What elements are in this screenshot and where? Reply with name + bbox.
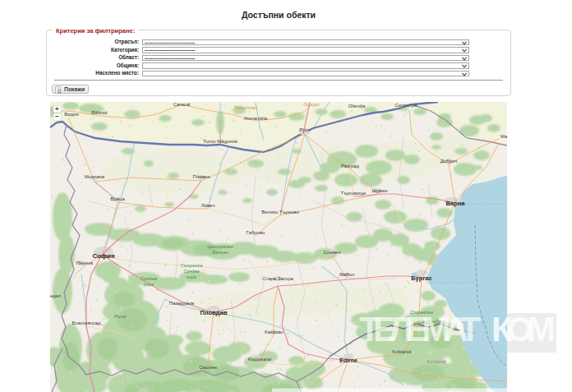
svg-text:гора: гора [187,274,196,279]
svg-text:Велико Търново: Велико Търново [261,210,299,214]
svg-text:Монтана: Монтана [85,174,105,179]
svg-text:Ямбол: Ямбол [339,272,355,277]
svg-text:Стара Загора: Стара Загора [262,276,293,281]
svg-text:Oltenița: Oltenița [348,104,366,108]
svg-text:Кюстендил: Кюстендил [50,293,62,298]
svg-text:гора: гора [144,282,155,287]
svg-text:Централен: Централен [207,244,233,249]
svg-text:Пловдив: Пловдив [200,309,228,316]
svg-text:Смолян: Смолян [199,365,217,370]
svg-text:Хасково: Хасково [265,330,284,334]
svg-text:Видин: Видин [64,112,79,117]
svg-text:Alexandria: Alexandria [244,116,268,121]
svg-text:София: София [92,252,115,260]
svg-text:Рила: Рила [114,314,127,319]
svg-text:Бургас: Бургас [411,274,431,282]
svg-text:Turnu Măgurele: Turnu Măgurele [203,139,238,144]
svg-text:Враца: Враца [110,196,125,201]
svg-text:Ловеч: Ловеч [201,203,215,208]
svg-text:Băilești: Băilești [91,110,107,115]
svg-text:Кърджали: Кърджали [248,357,271,362]
svg-text:Caracal: Caracal [173,102,191,107]
svg-text:Русе: Русе [299,127,311,132]
svg-text:Сливен: Сливен [324,250,341,255]
svg-text:Благоевград: Благоевград [72,321,101,325]
svg-text:Търговище: Търговище [341,191,367,196]
svg-text:Средна: Средна [141,276,158,281]
svg-text:Edirne: Edirne [339,357,358,363]
svg-text:Плевен: Плевен [193,174,210,179]
svg-text:Kırklareli: Kırklareli [427,359,446,364]
svg-text:Teleorman: Teleorman [234,105,258,110]
svg-text:Пазарджик: Пазарджик [169,301,195,306]
svg-text:Габрово: Габрово [247,230,265,235]
svg-text:Средна: Средна [183,269,199,274]
svg-text:Силистра: Силистра [395,103,418,108]
svg-text:Перник: Перник [76,261,94,265]
svg-text:Giurgiu: Giurgiu [303,102,320,107]
svg-text:Варна: Варна [446,200,466,207]
svg-text:Разград: Разград [341,164,360,168]
svg-text:Същинска: Същинска [181,263,203,268]
svg-text:КОМ: КОМ [491,310,556,348]
svg-text:Добрич: Добрич [441,159,458,164]
svg-text:Балкан: Балкан [212,250,228,255]
svg-text:Шумен: Шумен [371,188,387,193]
svg-text:ТЕЛЕМАТ: ТЕЛЕМАТ [359,310,481,348]
svg-text:Манг: Манг [501,134,507,139]
